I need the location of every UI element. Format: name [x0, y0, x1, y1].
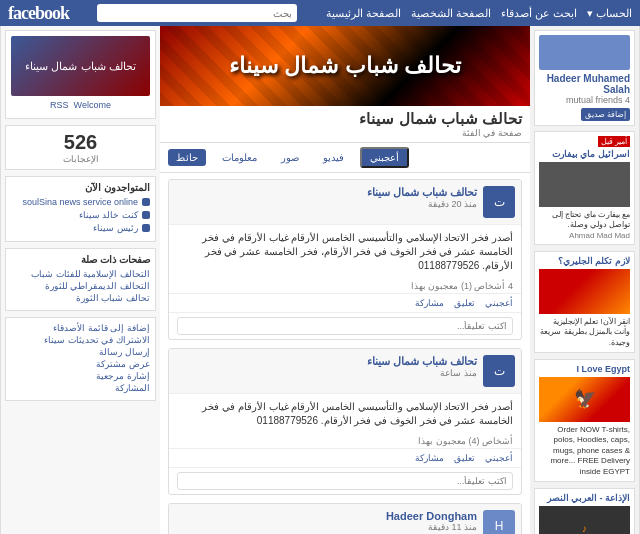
related-page-1[interactable]: التحالف الإسلامية للفئات شباب [11, 269, 150, 279]
ad-flag-1: أمير قيل [598, 136, 630, 147]
posts-area: ت تحالف شباب شمال سيناء منذ 20 دقيقة أصد… [160, 173, 530, 534]
nav-links: الحساب ▾ ابحث عن أصدقاء الصفحة الشخصية ا… [326, 7, 632, 20]
page-category: صفحة في الفئة [168, 128, 522, 138]
post-item: H Hadeer Dongham منذ 11 دقيقة شكراً شخص … [168, 503, 522, 534]
related-page-2[interactable]: التحالف الديمقراطي للثورة [11, 281, 150, 291]
post-body: أصدر فخر الاتحاد الإسلامي والتأسيسي الخا… [169, 225, 521, 279]
rss-link[interactable]: RSS [50, 100, 69, 110]
ad-title-2[interactable]: لازم تكلم الجليري؟ [539, 256, 630, 266]
tab-photos[interactable]: صور [273, 149, 307, 166]
add-friend-button[interactable]: إضافة صديق [581, 108, 630, 121]
ad-image-4: ♪ [539, 506, 630, 534]
post-avatar: H [483, 510, 515, 534]
ad-block-2: لازم تكلم الجليري؟ انقر الآن! تعلم الإنج… [534, 251, 635, 353]
mutual-friends: 4 mutual friends [539, 95, 630, 105]
like-action[interactable]: أعجبني [485, 453, 513, 463]
online-username-1[interactable]: soulSina news service online [22, 197, 138, 207]
online-user-2: كنت خالد سيناء [11, 210, 150, 220]
ad-image-2 [539, 269, 630, 314]
ad-text-3: Order NOW T-shirts, polos, Hoodies, caps… [539, 425, 630, 477]
post-author[interactable]: Hadeer Dongham [175, 510, 477, 522]
post-avatar: ت [483, 355, 515, 387]
ad-image-3: 🦅 [539, 377, 630, 422]
online-users-section: المتواجدون الآن soulSina news service on… [5, 176, 156, 242]
ad-image-1 [539, 162, 630, 207]
action-bookmark[interactable]: إشارة مرجعية [11, 371, 150, 381]
like-button[interactable]: أعجبني [360, 147, 409, 168]
search-bar [97, 4, 297, 22]
post-info: تحالف شباب شمال سيناء منذ ساعة [175, 355, 477, 378]
like-action[interactable]: أعجبني [485, 298, 513, 308]
main-wrapper: Hadeer Muhamed Salah 4 mutual friends إض… [0, 26, 640, 534]
action-subscribe[interactable]: الاشتراك في تحديثات سيناء [11, 335, 150, 345]
ad-title-3[interactable]: I Love Egypt [539, 364, 630, 374]
post-avatar: ت [483, 186, 515, 218]
page-name-header: تحالف شباب شمال سيناء صفحة في الفئة [160, 106, 530, 143]
post-actions: أعجبني تعليق مشاركة [169, 448, 521, 467]
comment-input-area [169, 312, 521, 339]
post-header: ت تحالف شباب شمال سيناء منذ ساعة [169, 349, 521, 394]
post-header: H Hadeer Dongham منذ 11 دقيقة [169, 504, 521, 534]
likes-count: 526 [11, 131, 150, 154]
tab-wall[interactable]: حائط [168, 149, 206, 166]
post-body: أصدر فخر الاتحاد الإسلامي والتأسيسي الخا… [169, 394, 521, 434]
page-tabs: أعجبني فيديو صور معلومات حائط [160, 143, 530, 173]
center-content: تحالف شباب شمال سيناء تحالف شباب شمال سي… [160, 26, 530, 534]
likes-section: 526 الإعجابات [5, 125, 156, 170]
related-page-3[interactable]: تحالف شباب الثورة [11, 293, 150, 303]
comment-field[interactable] [177, 472, 513, 490]
ad-block-4: الإذاعة - العربي النصر ♪ alabquide.com أ… [534, 488, 635, 534]
online-user-3: رئيس سيناء [11, 223, 150, 233]
tab-video[interactable]: فيديو [315, 149, 352, 166]
nav-home[interactable]: الصفحة الرئيسية [326, 7, 401, 20]
left-sidebar: Hadeer Muhamed Salah 4 mutual friends إض… [530, 26, 640, 534]
share-action[interactable]: مشاركة [415, 453, 444, 463]
post-time: منذ ساعة [175, 368, 477, 378]
ad-title-1[interactable]: اسرائيل ماي بيفارت [539, 149, 630, 159]
online-username-2[interactable]: كنت خالد سيناء [79, 210, 138, 220]
facebook-logo: facebook [8, 3, 69, 24]
welcome-link[interactable]: Welcome [74, 100, 111, 110]
post-actions: أعجبني تعليق مشاركة [169, 293, 521, 312]
post-author[interactable]: تحالف شباب شمال سيناء [175, 355, 477, 368]
right-sidebar: تحالف شباب شمال سيناء Welcome RSS 526 ال… [0, 26, 160, 534]
friend-name: Hadeer Muhamed Salah [539, 73, 630, 95]
online-username-3[interactable]: رئيس سيناء [93, 223, 138, 233]
ad-footer-1: Ahmad Mad Mad [539, 231, 630, 240]
post-time: منذ 11 دقيقة [175, 522, 477, 532]
ad-text-2: انقر الآن! تعلم الإنجليزية وأنت بالمنزل … [539, 317, 630, 348]
ad-block-1: أمير قيل اسرائيل ماي بيفارت مع بيفارت ما… [534, 131, 635, 245]
comment-action[interactable]: تعليق [454, 298, 475, 308]
post-author[interactable]: تحالف شباب شمال سيناء [175, 186, 477, 199]
post-stats: 4 أشخاص (1) معجبون بهذا [169, 279, 521, 293]
action-share[interactable]: المشاركة [11, 383, 150, 393]
tab-info[interactable]: معلومات [214, 149, 265, 166]
action-add-to-list[interactable]: إضافة إلى قائمة الأصدقاء [11, 323, 150, 333]
ad-title-4[interactable]: الإذاعة - العربي النصر [539, 493, 630, 503]
group-actions-list: إضافة إلى قائمة الأصدقاء الاشتراك في تحد… [11, 323, 150, 393]
online-user-1: soulSina news service online [11, 197, 150, 207]
post-time: منذ 20 دقيقة [175, 199, 477, 209]
friend-suggestion: Hadeer Muhamed Salah 4 mutual friends إض… [534, 30, 635, 126]
comment-action[interactable]: تعليق [454, 453, 475, 463]
online-indicator [142, 224, 150, 232]
online-indicator [142, 198, 150, 206]
likes-label: الإعجابات [11, 154, 150, 164]
page-logo-section: تحالف شباب شمال سيناء Welcome RSS [5, 30, 156, 119]
action-view-mutual[interactable]: عرض مشتركة [11, 359, 150, 369]
action-send-message[interactable]: إرسال رسالة [11, 347, 150, 357]
related-pages-title: صفحات ذات صلة [11, 254, 150, 265]
nav-profile[interactable]: الصفحة الشخصية [411, 7, 491, 20]
top-navigation: الحساب ▾ ابحث عن أصدقاء الصفحة الشخصية ا… [0, 0, 640, 26]
page-logo: تحالف شباب شمال سيناء [11, 36, 150, 96]
nav-account[interactable]: الحساب ▾ [587, 7, 632, 20]
share-action[interactable]: مشاركة [415, 298, 444, 308]
online-indicator [142, 211, 150, 219]
comment-field[interactable] [177, 317, 513, 335]
post-info: تحالف شباب شمال سيناء منذ 20 دقيقة [175, 186, 477, 209]
nav-find-friends[interactable]: ابحث عن أصدقاء [501, 7, 577, 20]
search-input[interactable] [97, 4, 297, 22]
related-pages-list: التحالف الإسلامية للفئات شباب التحالف ال… [11, 269, 150, 303]
post-stats: أشخاص (4) معجبون بهذا [169, 434, 521, 448]
banner-title: تحالف شباب شمال سيناء [229, 53, 460, 79]
